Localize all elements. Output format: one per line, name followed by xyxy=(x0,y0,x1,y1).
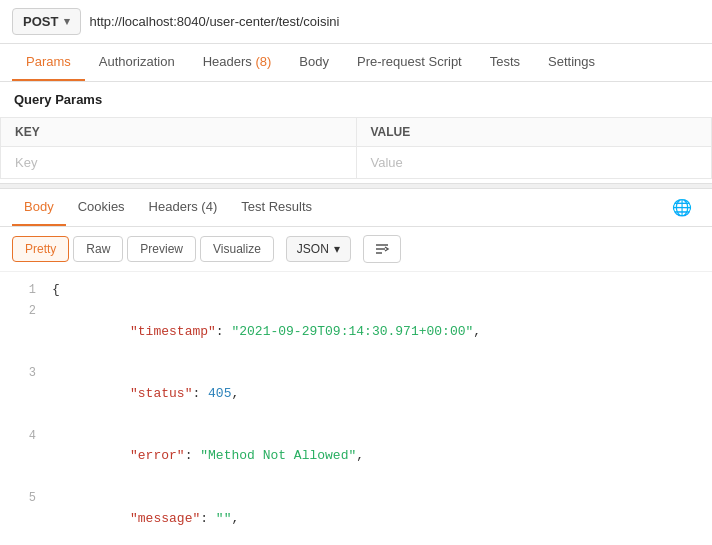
json-format-label: JSON xyxy=(297,242,329,256)
response-tab-cookies[interactable]: Cookies xyxy=(66,189,137,226)
tab-pre-request-script[interactable]: Pre-request Script xyxy=(343,44,476,81)
value-cell[interactable]: Value xyxy=(356,147,712,179)
globe-icon[interactable]: 🌐 xyxy=(664,190,700,225)
code-line-3: 3 "status": 405, xyxy=(0,363,712,425)
method-label: POST xyxy=(23,14,58,29)
method-chevron: ▾ xyxy=(64,15,70,28)
line-num-5: 5 xyxy=(8,488,36,508)
code-content-5: "message": "", xyxy=(52,488,704,545)
url-bar: POST ▾ xyxy=(0,0,712,44)
params-table: KEY VALUE Key Value xyxy=(0,117,712,179)
wrap-icon xyxy=(374,241,390,257)
response-tab-headers[interactable]: Headers (4) xyxy=(137,189,230,226)
line-num-3: 3 xyxy=(8,363,36,383)
code-content-4: "error": "Method Not Allowed", xyxy=(52,426,704,488)
format-raw[interactable]: Raw xyxy=(73,236,123,262)
code-content-3: "status": 405, xyxy=(52,363,704,425)
query-params-header: Query Params xyxy=(0,82,712,117)
code-line-5: 5 "message": "", xyxy=(0,488,712,545)
line-num-1: 1 xyxy=(8,280,36,300)
code-content-1: { xyxy=(52,280,704,301)
col-header-value: VALUE xyxy=(356,118,712,147)
tab-settings[interactable]: Settings xyxy=(534,44,609,81)
code-line-4: 4 "error": "Method Not Allowed", xyxy=(0,426,712,488)
tab-params[interactable]: Params xyxy=(12,44,85,81)
tab-tests[interactable]: Tests xyxy=(476,44,534,81)
code-line-1: 1 { xyxy=(0,280,712,301)
response-tabs: Body Cookies Headers (4) Test Results 🌐 xyxy=(0,189,712,227)
json-code-view: 1 { 2 "timestamp": "2021-09-29T09:14:30.… xyxy=(0,272,712,545)
wrap-button[interactable] xyxy=(363,235,401,263)
request-tabs: Params Authorization Headers (8) Body Pr… xyxy=(0,44,712,82)
line-num-4: 4 xyxy=(8,426,36,446)
url-input[interactable] xyxy=(89,10,700,33)
tab-authorization[interactable]: Authorization xyxy=(85,44,189,81)
col-header-key: KEY xyxy=(1,118,357,147)
format-visualize[interactable]: Visualize xyxy=(200,236,274,262)
json-format-select[interactable]: JSON ▾ xyxy=(286,236,351,262)
code-content-2: "timestamp": "2021-09-29T09:14:30.971+00… xyxy=(52,301,704,363)
key-cell[interactable]: Key xyxy=(1,147,357,179)
line-num-2: 2 xyxy=(8,301,36,321)
json-format-chevron: ▾ xyxy=(334,242,340,256)
tab-body[interactable]: Body xyxy=(285,44,343,81)
response-tab-body[interactable]: Body xyxy=(12,189,66,226)
method-select[interactable]: POST ▾ xyxy=(12,8,81,35)
tab-headers[interactable]: Headers (8) xyxy=(189,44,286,81)
format-pretty[interactable]: Pretty xyxy=(12,236,69,262)
response-tab-test-results[interactable]: Test Results xyxy=(229,189,324,226)
response-tab-right: 🌐 xyxy=(664,190,700,225)
table-row: Key Value xyxy=(1,147,712,179)
code-line-2: 2 "timestamp": "2021-09-29T09:14:30.971+… xyxy=(0,301,712,363)
format-preview[interactable]: Preview xyxy=(127,236,196,262)
format-bar: Pretty Raw Preview Visualize JSON ▾ xyxy=(0,227,712,272)
